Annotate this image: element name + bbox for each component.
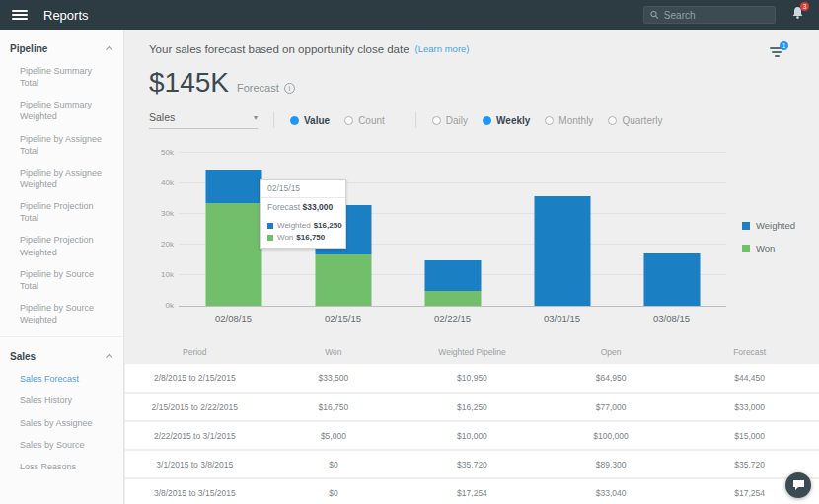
bar-segment-weighted[interactable] [534, 196, 590, 306]
chart-x-axis: 02/08/1502/15/1502/22/1503/01/1503/08/15 [179, 313, 726, 328]
table-cell: $10,950 [403, 364, 542, 393]
sidebar-item-pipeline-summary-total[interactable]: Pipeline Summary Total [0, 60, 123, 94]
tooltip-swatch [267, 223, 273, 229]
table-cell: $100,000 [542, 421, 681, 450]
table-cell: 2/15/2015 to 2/22/2015 [125, 393, 264, 421]
x-axis-label: 02/22/15 [434, 313, 471, 324]
sidebar-section: PipelinePipeline Summary TotalPipeline S… [0, 30, 123, 330]
table-header-weighted-pipeline: Weighted Pipeline [403, 340, 542, 364]
chart-legend: WeightedWon [742, 220, 795, 265]
radio-icon [290, 116, 299, 125]
filter-button[interactable]: 1 [770, 45, 783, 59]
radio-weekly[interactable]: Weekly [483, 115, 530, 126]
sidebar-item-pipeline-by-source-total[interactable]: Pipeline by Source Total [0, 263, 123, 297]
bar-group [398, 153, 507, 306]
table-cell: 3/8/2015 to 3/15/2015 [125, 478, 264, 504]
chevron-up-icon [106, 354, 112, 361]
search-icon [650, 10, 659, 20]
bar-segment-weighted[interactable] [424, 260, 481, 291]
table-row[interactable]: 2/22/2015 to 3/1/2015$5,000$10,000$100,0… [125, 421, 819, 450]
tooltip-row-weighted: Weighted$16,250 [267, 221, 338, 230]
chat-button[interactable] [785, 472, 811, 498]
kpi-label: Forecasti [237, 82, 295, 94]
radio-label: Value [304, 115, 330, 126]
x-axis-label: 02/15/15 [325, 313, 361, 324]
y-axis-label: 30k [149, 209, 174, 218]
divider [273, 112, 274, 128]
table-row[interactable]: 3/8/2015 to 3/15/2015$0$17,254$33,040$17… [125, 478, 819, 504]
table-row[interactable]: 2/15/2015 to 2/22/2015$16,750$16,250$77,… [125, 393, 819, 421]
sidebar-item-pipeline-by-assignee-total[interactable]: Pipeline by Assignee Total [0, 128, 123, 162]
table-cell: $5,000 [264, 421, 404, 450]
search-box[interactable] [643, 6, 776, 24]
bar-segment-weighted[interactable] [643, 253, 700, 306]
notifications-button[interactable]: 3 [791, 6, 804, 24]
table-cell: $33,000 [680, 393, 819, 421]
table-cell: $64,950 [542, 364, 681, 393]
radio-label: Daily [446, 115, 468, 126]
interval-radio-group: DailyWeeklyMonthlyQuarterly [432, 115, 678, 126]
sidebar-item-pipeline-projection-total[interactable]: Pipeline Projection Total [0, 195, 123, 229]
sidebar-section-header[interactable]: Pipeline [0, 30, 123, 60]
radio-icon [432, 116, 441, 125]
tooltip-series-name: Won [277, 233, 293, 242]
sidebar: PipelinePipeline Summary TotalPipeline S… [0, 30, 124, 504]
forecast-subtitle: Your sales forecast based on opportunity… [149, 43, 410, 55]
search-input[interactable] [664, 10, 769, 21]
sidebar-item-sales-forecast[interactable]: Sales Forecast [0, 368, 123, 390]
sidebar-item-pipeline-by-source-weighted[interactable]: Pipeline by Source Weighted [0, 297, 123, 330]
report-select[interactable]: Sales ▾ [149, 111, 258, 129]
table-row[interactable]: 3/1/2015 to 3/8/2015$0$35,720$89,300$35,… [125, 450, 819, 478]
x-axis-label: 03/08/15 [653, 313, 690, 324]
tooltip-series-name: Weighted [277, 221, 311, 230]
topbar: Reports 3 [0, 0, 819, 30]
bar-segment-won[interactable] [315, 254, 371, 306]
tooltip-swatch [267, 235, 273, 241]
radio-count[interactable]: Count [344, 115, 385, 126]
filters-row: Sales ▾ ValueCount DailyWeeklyMonthlyQua… [149, 111, 795, 129]
radio-daily[interactable]: Daily [432, 115, 468, 126]
sidebar-item-sales-by-source[interactable]: Sales by Source [0, 434, 123, 456]
legend-swatch [742, 222, 750, 230]
main-content: Your sales forecast based on opportunity… [125, 30, 819, 504]
table-row[interactable]: 2/8/2015 to 2/15/2015$33,500$10,950$64,9… [125, 364, 819, 393]
sidebar-section: SalesSales ForecastSales HistorySales by… [0, 336, 123, 477]
learn-more-link[interactable]: (Learn more) [415, 43, 470, 54]
sidebar-item-sales-by-assignee[interactable]: Sales by Assignee [0, 412, 123, 434]
sidebar-item-pipeline-summary-weighted[interactable]: Pipeline Summary Weighted [0, 94, 123, 127]
table-cell: $33,500 [264, 364, 404, 393]
info-icon[interactable]: i [284, 83, 295, 94]
legend-item-won: Won [742, 243, 795, 253]
table-cell: $77,000 [542, 393, 681, 421]
y-axis-label: 20k [149, 240, 174, 249]
table-header-forecast: Forecast [680, 340, 819, 364]
radio-value[interactable]: Value [290, 115, 330, 126]
bar-segment-won[interactable] [424, 291, 481, 307]
table-header-won: Won [264, 340, 404, 364]
y-axis-label: 40k [149, 179, 174, 187]
table-header-period: Period [125, 340, 264, 364]
bar-group [617, 153, 726, 306]
chart-tooltip: 02/15/15 Forecast $33,000 Weighted$16,25… [260, 179, 346, 249]
sidebar-section-header[interactable]: Sales [0, 337, 123, 368]
legend-item-weighted: Weighted [742, 220, 795, 231]
tooltip-row-won: Won$16,750 [267, 233, 338, 242]
page-title: Reports [43, 8, 89, 23]
y-axis-label: 0k [149, 301, 174, 310]
sidebar-item-pipeline-by-assignee-weighted[interactable]: Pipeline by Assignee Weighted [0, 162, 123, 195]
radio-monthly[interactable]: Monthly [545, 115, 593, 126]
table-cell: $0 [264, 450, 404, 478]
table-cell: $15,000 [680, 421, 819, 450]
forecast-chart: 0k10k20k30k40k50k 02/08/1502/15/1502/22/… [149, 145, 795, 328]
radio-quarterly[interactable]: Quarterly [608, 115, 662, 126]
radio-icon [608, 116, 617, 125]
sidebar-item-loss-reasons[interactable]: Loss Reasons [0, 456, 123, 477]
bar-segment-won[interactable] [205, 203, 261, 306]
table-cell: $33,040 [542, 478, 681, 504]
tooltip-series-value: $16,750 [296, 233, 325, 242]
bar-segment-weighted[interactable] [205, 170, 261, 203]
sidebar-item-pipeline-projection-weighted[interactable]: Pipeline Projection Weighted [0, 229, 123, 262]
sidebar-item-sales-history[interactable]: Sales History [0, 390, 123, 411]
radio-label: Quarterly [622, 115, 662, 126]
menu-icon[interactable] [12, 8, 28, 22]
